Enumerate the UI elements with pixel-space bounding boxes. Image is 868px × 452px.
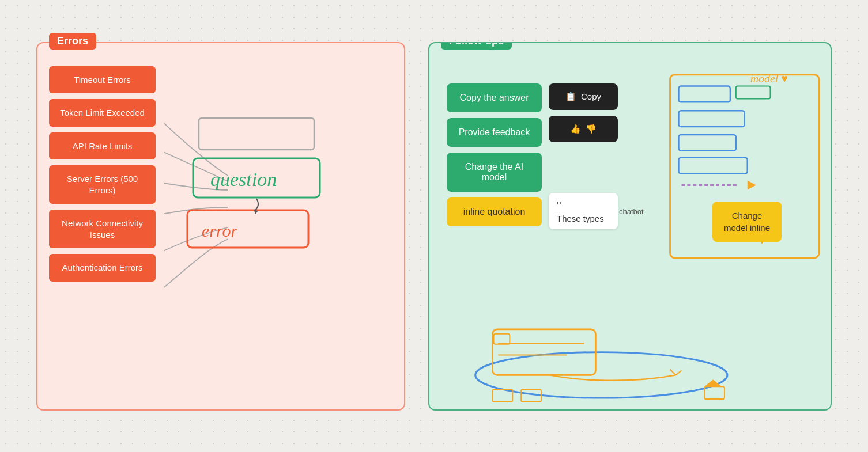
provide-feedback-button[interactable]: Provide feedback	[447, 118, 542, 147]
authentication-errors-button[interactable]: Authentication Errors	[49, 254, 156, 282]
change-model-inline-box: Change model inline	[712, 202, 782, 242]
quote-mark-icon: "	[557, 199, 610, 214]
server-errors-button[interactable]: Server Errors (500 Errors)	[49, 165, 156, 204]
followup-buttons: Copy the answer Provide feedback Change …	[447, 83, 542, 226]
api-rate-limits-button[interactable]: API Rate Limits	[49, 132, 156, 160]
right-content-area: Copy the answer Provide feedback Change …	[441, 66, 819, 235]
action-buttons-area: 📋 Copy 👍 👎 " These types	[549, 83, 618, 229]
chatbot-label: chatbot	[619, 207, 644, 216]
svg-rect-16	[493, 329, 596, 375]
svg-rect-19	[493, 333, 510, 344]
error-buttons-list: Timeout Errors Token Limit Exceeded API …	[49, 66, 156, 282]
copy-answer-button[interactable]: Copy the answer	[447, 83, 542, 112]
network-connectivity-button[interactable]: Network Connectivity Issues	[49, 210, 156, 248]
change-ai-model-button[interactable]: Change the AI model	[447, 153, 542, 192]
errors-panel: Errors Timeout Errors Token Limit Exceed…	[36, 42, 405, 411]
svg-rect-1	[193, 158, 320, 197]
thumbs-down-icon: 👎	[586, 124, 597, 134]
svg-point-15	[475, 352, 727, 398]
svg-rect-0	[199, 118, 314, 150]
svg-rect-22	[704, 386, 724, 399]
copy-action-button[interactable]: 📋 Copy	[549, 83, 618, 110]
thumbs-up-icon: 👍	[570, 124, 581, 134]
copy-label: Copy	[581, 92, 601, 101]
change-model-inline-label: Change model inline	[724, 211, 770, 233]
svg-marker-23	[704, 379, 722, 386]
feedback-action-button[interactable]: 👍 👎	[549, 116, 618, 142]
svg-text:question: question	[210, 169, 277, 190]
timeout-errors-button[interactable]: Timeout Errors	[49, 66, 156, 94]
followups-panel-label: Follow-ups	[441, 42, 512, 50]
inline-quote-text: These types	[557, 214, 610, 223]
errors-panel-label: Errors	[49, 33, 96, 50]
followups-panel: Follow-ups model ♥	[428, 42, 832, 411]
svg-rect-3	[187, 210, 308, 248]
copy-icon: 📋	[565, 92, 576, 102]
svg-marker-5	[254, 209, 258, 214]
token-limit-button[interactable]: Token Limit Exceeded	[49, 99, 156, 127]
svg-rect-21	[521, 389, 541, 402]
inline-quotation-button[interactable]: inline quotation	[447, 197, 542, 226]
left-sketch-area: question error	[164, 95, 393, 398]
svg-rect-20	[493, 389, 513, 402]
svg-text:error: error	[202, 221, 238, 240]
inline-quote-box: " These types	[549, 193, 618, 229]
